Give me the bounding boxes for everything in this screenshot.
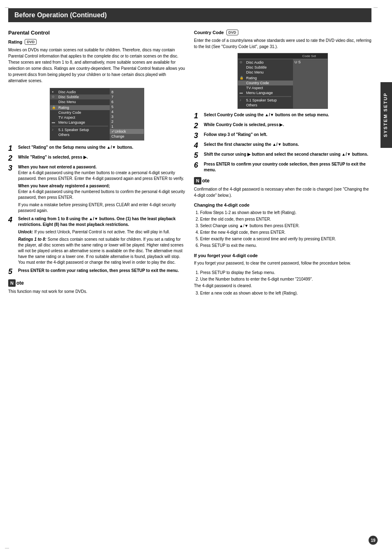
cc-step-4-number: 4 <box>194 142 202 149</box>
cc-step-6-number: 6 <box>194 161 202 169</box>
speaker-r-icon: ♪ <box>240 98 246 102</box>
step-3-bold2: When you have already registered a passw… <box>18 183 186 189</box>
blank-icon1 <box>52 100 58 104</box>
cc-step-5: 5 Shift the cursor using ▶ button and se… <box>194 152 371 159</box>
rating-intro-text: Movies on DVDs may contain scenes not su… <box>8 47 186 84</box>
cc-step-1: 1 Select Country Code using the ▲/▼ butt… <box>194 112 371 120</box>
disc-icon-r: ⊙ <box>240 60 246 64</box>
cc-step-2: 2 While Country Code is selected, press … <box>194 122 371 129</box>
step-2-text: While "Rating" is selected, press ▶. <box>18 155 88 159</box>
cc-step-6-content: Press ENTER to confirm your country code… <box>204 161 371 173</box>
fc-step-2: Use the Number buttons to enter the 6-di… <box>200 276 371 283</box>
step-4-bold: Select a rating from 1 to 8 using the ▲/… <box>18 216 186 228</box>
country-code-note-label: ote <box>202 178 210 184</box>
country-code-intro: Enter the code of a country/area whose s… <box>194 37 371 50</box>
fc-step-3: Enter a new code as shown above to the l… <box>200 290 371 297</box>
lock-icon: 🔒 <box>52 106 58 110</box>
blank-r-icon2 <box>240 70 246 74</box>
cc-change-step-5: Enter exactly the same code a second tim… <box>200 236 371 242</box>
cc-change-step-3: Select Change using ▲/▼ buttons then pre… <box>200 223 371 229</box>
side-tab: SYSTEM SETUP <box>380 82 392 148</box>
page-header: Before Operation (Continued) <box>8 8 371 22</box>
step-5-content: Press ENTER to confirm your rating selec… <box>18 268 186 274</box>
country-code-note-title: N ote <box>194 177 371 184</box>
cc-change-step-4: Enter the new 4-digit code, then press E… <box>200 229 371 236</box>
step-4: 4 Select a rating from 1 to 8 using the … <box>8 216 186 265</box>
side-tab-label: SYSTEM SETUP <box>383 93 388 138</box>
film-r-icon: ▬ <box>240 91 246 95</box>
step-4-number: 4 <box>8 216 16 223</box>
r-menu-lang: Menu Language <box>246 91 273 95</box>
menu-disc-menu: Disc Menu <box>58 100 76 104</box>
cc-step-4-content: Select the first character using the ▲/▼… <box>204 142 371 147</box>
page-header-title: Before Operation (Continued) <box>14 12 107 18</box>
right-column: Country Code DVD Enter the code of a cou… <box>194 30 371 299</box>
step-2-number: 2 <box>8 154 16 162</box>
country-code-note-text: Confirmation of the 4-digit password is … <box>194 186 371 198</box>
changing-code-title: Changing the 4-digit code <box>194 203 371 207</box>
step-1-number: 1 <box>8 145 16 152</box>
step-1-text: Select "Rating" on the Setup menu using … <box>18 145 133 150</box>
country-code-note: N ote Confirmation of the 4-digit passwo… <box>194 177 371 198</box>
step-4-ratings: Ratings 1 to 8: Some discs contain scene… <box>18 237 186 265</box>
blank-r-icon3 <box>240 81 246 85</box>
note-n-icon: N <box>8 279 16 287</box>
country-code-menu: Code Set ⊙ Disc Audio Disc Subtitle <box>238 53 328 109</box>
cc-step-3-number: 3 <box>194 132 202 139</box>
step-5-text: Press ENTER to confirm your rating selec… <box>18 268 179 273</box>
corner-top-left: — <box>5 5 9 9</box>
blank-r-icon1 <box>240 65 246 69</box>
col-head-left <box>238 53 291 59</box>
cc-step-3-text: Follow step 3 of "Rating" on left. <box>204 132 267 137</box>
step-5-number: 5 <box>8 268 16 275</box>
r-menu-disc-menu: Disc Menu <box>246 70 264 74</box>
blank-icon2 <box>52 111 58 115</box>
rating-label: Rating <box>8 39 22 44</box>
lock-r-icon: 🔒 <box>240 76 246 80</box>
dvd-badge-rating: DVD <box>25 39 37 45</box>
menu-others: Others <box>58 133 69 137</box>
blank-icon4 <box>52 133 58 137</box>
rating-note: N ote This function may not work for som… <box>8 279 186 295</box>
step-2-content: While "Rating" is selected, press ▶. <box>18 154 186 160</box>
parental-control-label: Parental Control <box>8 30 50 36</box>
step-1-content: Select "Rating" on the Setup menu using … <box>18 145 186 150</box>
cc-step-3-content: Follow step 3 of "Rating" on left. <box>204 132 371 138</box>
page-number-text: 19 <box>371 538 375 543</box>
blank-r-icon4 <box>240 86 246 90</box>
r-menu-tv-aspect: TV Aspect <box>246 86 263 90</box>
rating-menu-screenshot: ● Disc Audio ⊙ Disc Subtitle Disc Menu <box>50 88 144 140</box>
r-menu-country-code: Country Code <box>246 81 269 85</box>
cc-step-5-number: 5 <box>194 152 202 159</box>
forget-code-title: If you forget your 4-digit code <box>194 253 371 258</box>
step-3-text2: Enter a 4-digit password using the numbe… <box>18 189 186 200</box>
step-5: 5 Press ENTER to confirm your rating sel… <box>8 268 186 275</box>
code-value: U S <box>295 60 326 64</box>
step-3-number: 3 <box>8 164 16 172</box>
fc-cleared-note: The 4-digit password is cleared. <box>194 283 371 289</box>
parental-control-title: Parental Control <box>8 30 186 36</box>
r-menu-disc-subtitle: Disc Subtitle <box>246 65 267 69</box>
note-n-icon-cc: N <box>194 177 201 184</box>
menu-tv-aspect: TV Aspect <box>58 115 75 120</box>
menu-speaker-setup: 5.1 Speaker Setup <box>58 128 89 132</box>
step-3-extra: If you make a mistake before pressing EN… <box>18 202 186 214</box>
cc-step-3: 3 Follow step 3 of "Rating" on left. <box>194 132 371 139</box>
menu-rating: Rating <box>58 106 69 110</box>
forget-code-intro: If you forget your password, to clear th… <box>194 260 371 266</box>
corner-bottom-left: — <box>5 546 9 550</box>
step-3-content: When you have not entered a password. En… <box>18 164 186 214</box>
content-columns: Parental Control Rating DVD Movies on DV… <box>8 30 371 299</box>
country-code-title: Country Code DVD <box>194 30 371 35</box>
forget-code-section: If you forget your 4-digit code If you f… <box>194 253 371 297</box>
blank-icon3 <box>52 115 58 120</box>
rating-subtitle: Rating DVD <box>8 39 186 45</box>
forget-code-steps: Press SETUP to display the Setup menu. U… <box>200 269 371 297</box>
menu-country-code: Country Code <box>58 111 81 115</box>
menu-col-header: Code Set <box>238 53 327 59</box>
changing-code-section: Changing the 4-digit code Follow Steps 1… <box>194 203 371 249</box>
r-menu-speaker: 5.1 Speaker Setup <box>246 98 277 102</box>
step-3-bold: When you have not entered a password. <box>18 164 186 170</box>
step-4-content: Select a rating from 1 to 8 using the ▲/… <box>18 216 186 265</box>
cc-step-5-text: Shift the cursor using ▶ button and sele… <box>204 152 368 157</box>
